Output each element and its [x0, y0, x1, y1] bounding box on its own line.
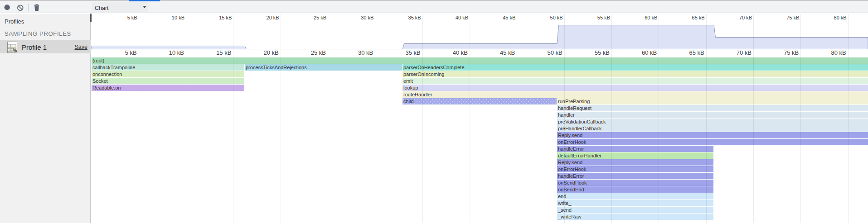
svg-text:%: %	[13, 47, 17, 53]
